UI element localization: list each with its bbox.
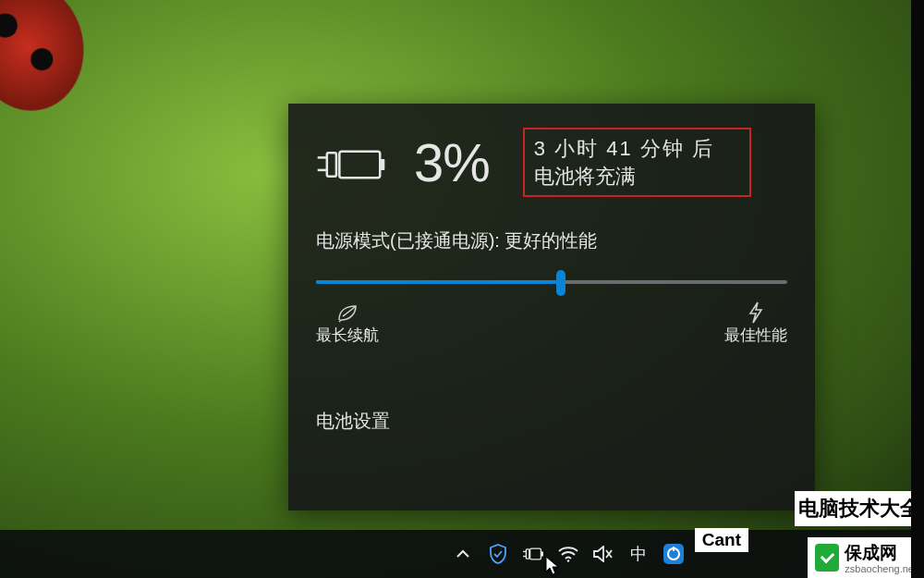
- svg-rect-13: [673, 547, 675, 551]
- time-to-full-box: 3 小时 41 分钟 后 电池将充满: [523, 128, 751, 197]
- svg-rect-9: [541, 551, 543, 556]
- slider-right-label: 最佳性能: [724, 326, 787, 346]
- watermark-title: 电脑技术大全: [795, 491, 924, 526]
- slider-right-endpoint: 最佳性能: [724, 301, 787, 346]
- battery-percent: 3%: [414, 136, 490, 190]
- tray-overflow-chevron-icon[interactable]: [453, 544, 473, 564]
- watermark-site-url: zsbaocheng.net: [845, 563, 917, 574]
- taskbar: 中 6:41 20: [0, 530, 911, 578]
- wallpaper-ladybug: [0, 0, 95, 121]
- svg-point-10: [567, 560, 569, 561]
- svg-rect-4: [380, 159, 384, 170]
- system-tray: 中: [453, 544, 684, 564]
- battery-charging-icon: [316, 146, 386, 183]
- svg-rect-3: [339, 151, 380, 178]
- svg-rect-2: [327, 153, 336, 176]
- slider-thumb[interactable]: [556, 270, 565, 296]
- svg-rect-7: [526, 549, 529, 559]
- slider-endpoints: 最长续航 最佳性能: [316, 301, 787, 346]
- watermark-site-name: 保成网: [845, 541, 917, 565]
- time-to-full-line2: 电池将充满: [534, 163, 714, 191]
- lightning-icon: [724, 301, 787, 324]
- mouse-cursor-icon: [545, 556, 560, 576]
- wifi-icon[interactable]: [558, 544, 578, 564]
- watermark-cant: Cant: [695, 528, 748, 552]
- slider-fill: [316, 280, 561, 284]
- battery-status-row: 3% 3 小时 41 分钟 后 电池将充满: [316, 128, 787, 197]
- watermark-site: 保成网 zsbaocheng.net: [808, 537, 924, 578]
- svg-rect-8: [530, 548, 541, 560]
- app-tray-icon[interactable]: [663, 544, 684, 564]
- slider-left-endpoint: 最长续航: [316, 301, 379, 346]
- leaf-icon: [316, 301, 379, 324]
- ime-indicator[interactable]: 中: [628, 544, 649, 564]
- volume-mute-icon[interactable]: [593, 544, 614, 564]
- slider-left-label: 最长续航: [316, 326, 379, 346]
- security-shield-icon[interactable]: [488, 544, 508, 564]
- time-to-full-line1: 3 小时 41 分钟 后: [534, 135, 714, 163]
- battery-settings-link[interactable]: 电池设置: [316, 409, 787, 434]
- power-mode-slider[interactable]: [316, 270, 787, 296]
- monitor-bezel: [911, 0, 924, 578]
- power-mode-label: 电源模式(已接通电源): 更好的性能: [316, 228, 787, 253]
- watermark-shield-icon: [815, 544, 839, 572]
- battery-tray-icon[interactable]: [523, 544, 543, 564]
- battery-flyout: 3% 3 小时 41 分钟 后 电池将充满 电源模式(已接通电源): 更好的性能…: [288, 104, 815, 510]
